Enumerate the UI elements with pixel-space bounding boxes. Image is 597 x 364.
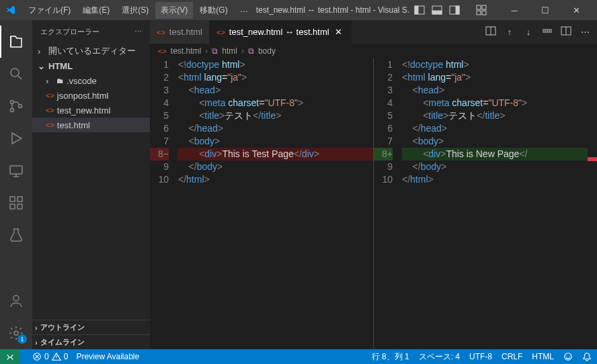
testing-icon[interactable] <box>0 219 32 251</box>
html-file-icon: <> <box>216 28 225 36</box>
menu-item[interactable]: … <box>235 2 253 19</box>
outline-section[interactable]: ›アウトライン <box>32 320 150 334</box>
svg-point-30 <box>565 353 572 361</box>
preview-available[interactable]: Preview Available <box>76 352 139 361</box>
svg-rect-5 <box>456 6 459 14</box>
vscode-logo-icon <box>5 5 16 15</box>
svg-rect-16 <box>17 197 22 201</box>
tree-file[interactable]: <>jsonpost.html <box>32 88 150 103</box>
main: 1 エクスプローラー ⋯ ›開いているエディター ⌄HTML ›🖿.vscode… <box>0 20 597 349</box>
notifications-icon[interactable] <box>582 352 592 361</box>
breadcrumb-item[interactable]: body <box>258 46 276 56</box>
layout-panel-bottom-icon[interactable] <box>430 3 444 17</box>
search-icon[interactable] <box>0 58 32 90</box>
window-title: test_new.html ↔ test.html - html - Visua… <box>256 5 410 15</box>
sidebar-header: エクスプローラー ⋯ <box>32 20 150 44</box>
code-right[interactable]: <!doctype html><html lang="ja"> <head> <… <box>402 58 597 349</box>
minimize-button[interactable]: ─ <box>499 0 530 20</box>
svg-point-11 <box>11 101 14 104</box>
language-indicator[interactable]: HTML <box>532 352 554 361</box>
gutter-right: 12345678+910 <box>374 58 402 349</box>
chevron-right-icon: › <box>241 46 244 56</box>
open-editors-section[interactable]: ›開いているエディター <box>32 44 150 58</box>
tab-label: test.html <box>169 27 202 37</box>
activity-bar: 1 <box>0 20 32 349</box>
feedback-icon[interactable] <box>563 352 573 361</box>
tree-file[interactable]: <>test_new.html <box>32 103 150 118</box>
svg-point-20 <box>14 331 18 335</box>
prev-change-icon[interactable]: ↑ <box>504 27 515 37</box>
layout-panel-left-icon[interactable] <box>413 3 426 17</box>
eol-indicator[interactable]: CRLF <box>502 352 522 361</box>
svg-point-12 <box>11 109 14 112</box>
tag-icon: ⧉ <box>212 46 218 56</box>
svg-rect-18 <box>17 204 22 209</box>
extensions-icon[interactable] <box>0 187 32 219</box>
svg-point-26 <box>549 31 550 32</box>
svg-point-24 <box>545 31 546 32</box>
problems-indicator[interactable]: 0 0 <box>32 352 68 361</box>
next-change-icon[interactable]: ↓ <box>523 27 534 37</box>
html-file-icon: <> <box>158 47 167 55</box>
html-file-icon: <> <box>157 28 165 36</box>
tree-file[interactable]: <>test.html <box>32 118 150 132</box>
menu-item[interactable]: ファイル(F) <box>23 2 76 19</box>
more-actions-icon[interactable]: ⋯ <box>580 27 590 37</box>
svg-rect-1 <box>415 6 418 14</box>
diff-container: 12345678−910 <!doctype html><html lang="… <box>150 58 597 349</box>
tab-actions: ↑ ↓ ⋯ <box>479 20 597 44</box>
tag-icon: ⧉ <box>248 46 254 56</box>
window-controls: ─ ☐ ✕ <box>499 0 592 20</box>
statusbar: 0 0 Preview Available 行 8、列 1 スペース: 4 UT… <box>0 349 597 364</box>
customize-layout-icon[interactable] <box>475 3 488 17</box>
titlebar: ファイル(F)編集(E)選択(S)表示(V)移動(G)… test_new.ht… <box>0 0 597 20</box>
breadcrumb[interactable]: <> test.html › ⧉ html › ⧉ body <box>150 44 597 58</box>
svg-rect-3 <box>432 11 442 14</box>
menu-bar: ファイル(F)編集(E)選択(S)表示(V)移動(G)… <box>23 2 253 19</box>
account-icon[interactable] <box>0 285 32 317</box>
tab-label: test_new.html ↔ test.html <box>229 27 329 37</box>
svg-rect-9 <box>482 11 486 15</box>
indent-indicator[interactable]: スペース: 4 <box>419 351 460 363</box>
svg-rect-17 <box>10 204 15 209</box>
chevron-right-icon: › <box>205 46 208 56</box>
close-button[interactable]: ✕ <box>561 0 592 20</box>
svg-rect-6 <box>477 5 481 9</box>
encoding-indicator[interactable]: UTF-8 <box>469 352 492 361</box>
remote-indicator[interactable] <box>0 349 20 364</box>
menu-item[interactable]: 表示(V) <box>155 2 193 19</box>
overview-ruler[interactable] <box>588 58 597 349</box>
sidebar: エクスプローラー ⋯ ›開いているエディター ⌄HTML ›🖿.vscode<>… <box>32 20 150 349</box>
whitespace-icon[interactable] <box>542 26 553 38</box>
maximize-button[interactable]: ☐ <box>530 0 561 20</box>
editor-area: <>test.html<>test_new.html ↔ test.html✕ … <box>150 20 597 349</box>
right-pane[interactable]: 12345678+910 <!doctype html><html lang="… <box>374 58 597 349</box>
menu-item[interactable]: 選択(S) <box>116 2 154 19</box>
explorer-icon[interactable] <box>0 26 32 58</box>
left-pane[interactable]: 12345678−910 <!doctype html><html lang="… <box>150 58 373 349</box>
svg-rect-15 <box>10 197 15 201</box>
toggle-inline-icon[interactable] <box>485 26 496 38</box>
code-left[interactable]: <!doctype html><html lang="ja"> <head> <… <box>178 58 373 349</box>
editor-tab[interactable]: <>test.html <box>150 20 210 44</box>
timeline-section[interactable]: ›タイムライン <box>32 334 150 349</box>
source-control-icon[interactable] <box>0 90 32 122</box>
split-editor-icon[interactable] <box>561 26 571 38</box>
editor-tab[interactable]: <>test_new.html ↔ test.html✕ <box>210 20 352 44</box>
svg-point-13 <box>19 105 22 108</box>
breadcrumb-item[interactable]: test.html <box>171 46 201 56</box>
cursor-position[interactable]: 行 8、列 1 <box>372 351 409 363</box>
settings-icon[interactable]: 1 <box>0 317 32 349</box>
run-debug-icon[interactable] <box>0 122 32 154</box>
tree-folder[interactable]: ›🖿.vscode <box>32 73 150 88</box>
menu-item[interactable]: 移動(G) <box>194 2 233 19</box>
menu-item[interactable]: 編集(E) <box>77 2 115 19</box>
remote-explorer-icon[interactable] <box>0 154 32 187</box>
workspace-section[interactable]: ⌄HTML <box>32 58 150 73</box>
close-tab-icon[interactable]: ✕ <box>333 27 344 37</box>
sidebar-more-icon[interactable]: ⋯ <box>134 28 142 36</box>
gutter-left: 12345678−910 <box>150 58 178 349</box>
breadcrumb-item[interactable]: html <box>222 46 237 56</box>
layout-panel-right-icon[interactable] <box>448 3 461 17</box>
svg-rect-14 <box>10 166 22 174</box>
